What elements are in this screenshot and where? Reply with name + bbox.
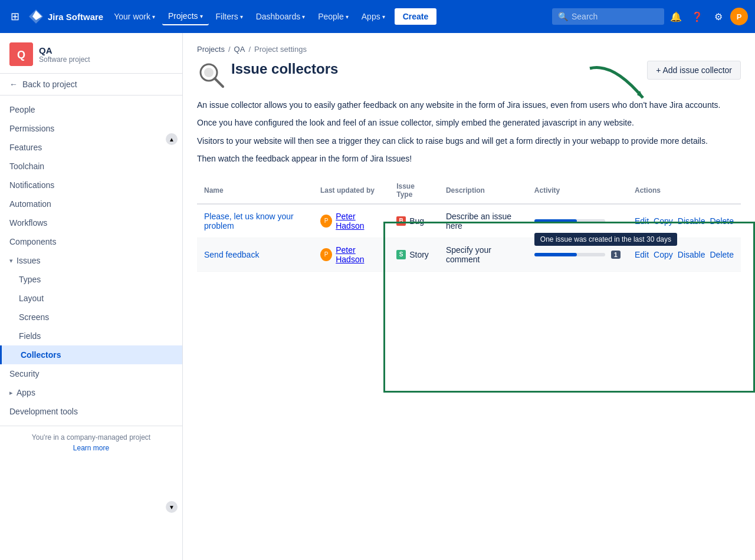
settings-icon[interactable]: ⚙: [709, 7, 728, 26]
sidebar-item-toolchain[interactable]: Toolchain: [0, 157, 182, 176]
collector-name-1: Please, let us know your problem: [197, 204, 313, 238]
description-block: An issue collector allows you to easily …: [197, 98, 741, 166]
svg-text:Q: Q: [17, 49, 25, 61]
main-content: Projects / QA / Project settings Issue c…: [183, 33, 755, 560]
story-icon: S: [396, 250, 406, 259]
chevron-right-icon: ▸: [9, 389, 13, 397]
sidebar-item-issues[interactable]: ▾ Issues: [0, 251, 182, 270]
collector-actions-1: Edit Copy Disable Delete: [628, 204, 741, 238]
description-1: An issue collector allows you to easily …: [197, 98, 741, 111]
back-icon: ←: [9, 80, 18, 89]
nav-apps[interactable]: Apps ▾: [356, 8, 391, 25]
app-logo[interactable]: Jira Software: [28, 8, 103, 25]
sidebar-nav: People Permissions Features Toolchain No…: [0, 95, 182, 426]
sidebar-footer: You're in a company-managed project Lear…: [0, 426, 182, 459]
project-info: QA Software project: [39, 45, 90, 64]
page-header-icon: [197, 61, 225, 89]
collector-name-link-2[interactable]: Send feedback: [204, 250, 259, 259]
collector-type-1: B Bug: [389, 204, 439, 238]
breadcrumb-projects[interactable]: Projects: [197, 45, 225, 54]
sidebar-item-types[interactable]: Types: [0, 270, 182, 289]
user-link-2[interactable]: Peter Hadson: [336, 245, 382, 264]
user-link-1[interactable]: Peter Hadson: [336, 212, 382, 230]
svg-line-4: [215, 78, 223, 87]
collector-desc-1: Describe an issue here: [439, 204, 527, 238]
sidebar-item-layout[interactable]: Layout: [0, 289, 182, 308]
collector-activity-1: [527, 204, 628, 238]
sidebar-item-security[interactable]: Security: [0, 364, 182, 383]
app-name: Jira Software: [48, 12, 103, 22]
nav-right: 🔍 🔔 ❓ ⚙ P: [552, 7, 748, 26]
collector-name-link-1[interactable]: Please, let us know your problem: [204, 212, 294, 230]
breadcrumb-qa[interactable]: QA: [234, 45, 245, 54]
page-layout: Q QA Software project ← Back to project …: [0, 33, 755, 560]
breadcrumb: Projects / QA / Project settings: [197, 45, 741, 54]
collector-activity-2: 1 One issue was created in the last 30 d…: [527, 238, 628, 271]
collector-actions-2: Edit Copy Disable Delete: [628, 238, 741, 271]
user-avatar-1: P: [320, 215, 332, 228]
notifications-icon[interactable]: 🔔: [667, 7, 685, 26]
description-2: Once you have configured the look and fe…: [197, 116, 741, 129]
project-name: QA: [39, 45, 90, 55]
avatar[interactable]: P: [730, 8, 748, 25]
scroll-down-button[interactable]: ▼: [166, 501, 178, 513]
nav-people[interactable]: People ▾: [312, 8, 354, 25]
nav-your-work[interactable]: Your work ▾: [108, 8, 161, 25]
activity-bar-2: [534, 253, 605, 256]
sidebar-item-notifications[interactable]: Notifications: [0, 176, 182, 195]
sidebar-item-permissions[interactable]: Permissions: [0, 119, 182, 138]
nav-dashboards[interactable]: Dashboards ▾: [250, 8, 311, 25]
help-icon[interactable]: ❓: [688, 7, 707, 26]
col-issue-type: Issue Type: [389, 177, 439, 204]
user-avatar-2: P: [320, 248, 332, 261]
search-box[interactable]: 🔍: [552, 8, 664, 25]
edit-link-1[interactable]: Edit: [635, 216, 649, 226]
nav-items: Your work ▾ Projects ▾ Filters ▾ Dashboa…: [108, 8, 436, 25]
collector-type-2: S Story: [389, 238, 439, 271]
activity-fill-2: [534, 253, 577, 256]
nav-filters[interactable]: Filters ▾: [210, 8, 249, 25]
sidebar-item-collectors[interactable]: Collectors: [0, 345, 182, 364]
svg-marker-2: [637, 91, 643, 98]
disable-link-1[interactable]: Disable: [678, 216, 705, 226]
search-input[interactable]: [572, 12, 654, 21]
delete-link-2[interactable]: Delete: [710, 250, 734, 259]
sidebar-item-fields[interactable]: Fields: [0, 327, 182, 345]
table-header-row: Name Last updated by Issue Type Descript…: [197, 177, 741, 204]
create-button[interactable]: Create: [395, 8, 437, 25]
sidebar-item-people[interactable]: People: [0, 100, 182, 119]
sidebar-item-features[interactable]: Features: [0, 138, 182, 157]
sidebar-item-dev-tools[interactable]: Development tools: [0, 402, 182, 421]
learn-more-link[interactable]: Learn more: [9, 444, 173, 452]
collector-name-2: Send feedback: [197, 238, 313, 271]
collector-desc-2: Specify your comment: [439, 238, 527, 271]
chevron-down-icon: ▾: [9, 257, 13, 265]
back-to-project[interactable]: ← Back to project: [0, 74, 182, 95]
add-issue-collector-button[interactable]: + Add issue collector: [647, 61, 741, 80]
sidebar-item-automation[interactable]: Automation: [0, 195, 182, 213]
sidebar-item-screens[interactable]: Screens: [0, 308, 182, 327]
col-activity: Activity: [527, 177, 628, 204]
chevron-down-icon: ▾: [240, 14, 243, 20]
disable-link-2[interactable]: Disable: [678, 250, 705, 259]
collector-updated-by-1: P Peter Hadson: [313, 204, 389, 238]
table-row: Send feedback P Peter Hadson S Story: [197, 238, 741, 271]
sidebar-item-workflows[interactable]: Workflows: [0, 213, 182, 232]
page-title: Issue collectors: [231, 61, 338, 77]
sidebar-item-apps[interactable]: ▸ Apps: [0, 383, 182, 402]
edit-link-2[interactable]: Edit: [635, 250, 649, 259]
activity-fill-1: [534, 219, 577, 223]
nav-projects[interactable]: Projects ▾: [162, 8, 209, 25]
grid-icon[interactable]: ⊞: [7, 6, 23, 27]
sidebar-item-components[interactable]: Components: [0, 232, 182, 251]
collectors-table: Name Last updated by Issue Type Descript…: [197, 177, 741, 272]
col-name: Name: [197, 177, 313, 204]
activity-bar-1: [534, 219, 605, 223]
delete-link-1[interactable]: Delete: [710, 216, 734, 226]
scroll-up-button[interactable]: ▲: [166, 133, 178, 145]
col-updated-by: Last updated by: [313, 177, 389, 204]
chevron-down-icon: ▾: [302, 14, 305, 20]
copy-link-1[interactable]: Copy: [654, 216, 673, 226]
copy-link-2[interactable]: Copy: [654, 250, 673, 259]
col-description: Description: [439, 177, 527, 204]
